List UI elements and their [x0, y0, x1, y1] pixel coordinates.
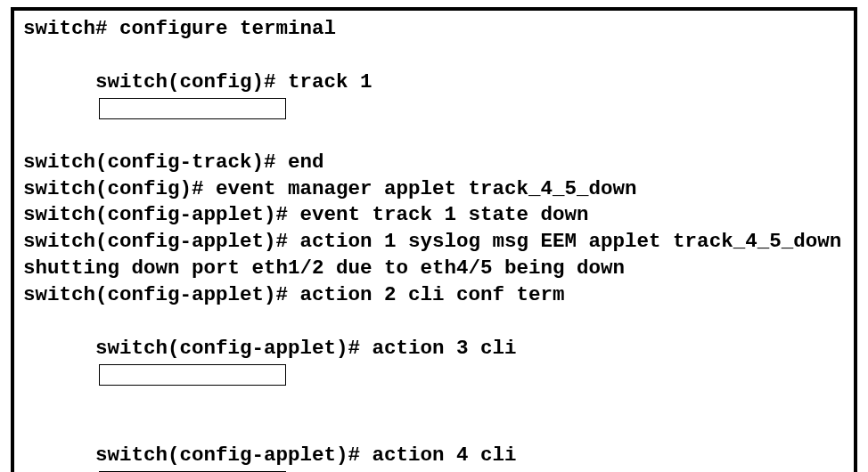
- cli-line-9: switch(config-applet)# action 3 cli: [23, 309, 845, 416]
- question-area: switch# configure terminal switch(config…: [0, 0, 868, 472]
- cli-line-1: switch# configure terminal: [23, 16, 845, 43]
- drop-target-1[interactable]: [99, 98, 286, 119]
- cli-line-8: switch(config-applet)# action 2 cli conf…: [23, 282, 845, 309]
- cli-line-9-text: switch(config-applet)# action 3 cli: [95, 337, 517, 360]
- cli-line-5: switch(config)# event manager applet tra…: [23, 176, 845, 203]
- cli-line-10: switch(config-applet)# action 4 cli: [23, 416, 845, 472]
- terminal-block: switch# configure terminal switch(config…: [11, 7, 857, 472]
- cli-line-3: switch(config-track)# end: [23, 150, 845, 176]
- cli-line-6: switch(config-applet)# event track 1 sta…: [23, 202, 845, 229]
- cli-line-10-text: switch(config-applet)# action 4 cli: [95, 444, 517, 467]
- cli-line-7: switch(config-applet)# action 1 syslog m…: [23, 229, 845, 282]
- cli-line-2-text: switch(config)# track 1: [95, 70, 373, 94]
- drop-target-2[interactable]: [99, 364, 286, 386]
- cli-line-2: switch(config)# track 1: [23, 43, 845, 150]
